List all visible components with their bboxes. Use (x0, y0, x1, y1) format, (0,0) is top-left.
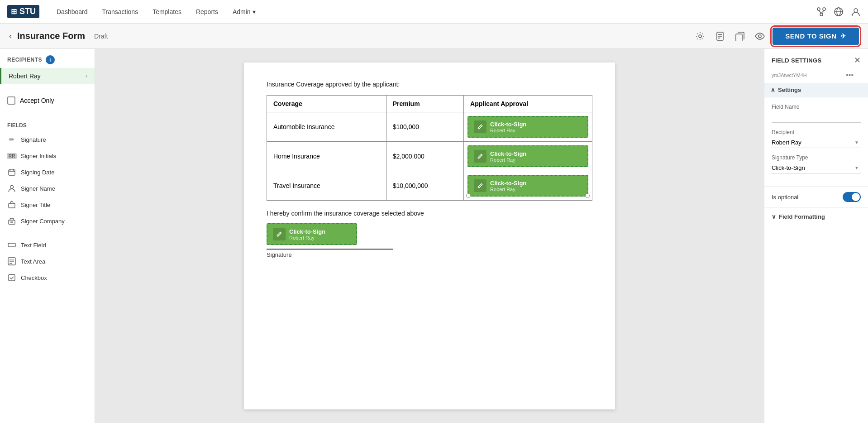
more-options-button[interactable]: ••• (839, 71, 861, 79)
recipient-item-robert-ray[interactable]: Robert Ray › (0, 68, 95, 84)
accept-only-label: Accept Only (20, 97, 54, 104)
accept-only-checkbox[interactable] (7, 96, 15, 105)
table-cell-sign-1[interactable]: Click-to-Sign Robert Ray (464, 112, 592, 142)
table-cell-premium: $10,000,000 (386, 171, 463, 201)
field-item-label: Text Area (21, 258, 45, 265)
nav-links: Dashboard Transactions Templates Reports… (50, 5, 262, 19)
app-logo: ⊞ STU (7, 5, 39, 18)
add-recipient-button[interactable]: + (46, 55, 55, 64)
settings-icon-button[interactable] (693, 29, 707, 43)
admin-chevron-icon: ▾ (253, 8, 256, 15)
recipient-name: Robert Ray (9, 72, 41, 80)
doc-intro-text: Insurance Coverage approved by the appli… (267, 81, 592, 88)
nav-templates[interactable]: Templates (146, 5, 188, 19)
globe-icon[interactable] (834, 7, 844, 17)
svg-point-8 (854, 9, 858, 12)
recipient-label: Recipient (772, 129, 861, 135)
field-item-signer-title[interactable]: Signer Title (0, 197, 95, 213)
click-to-sign-label: Click-to-Sign (490, 180, 526, 187)
document-area: Insurance Coverage approved by the appli… (95, 49, 764, 423)
left-sidebar: RECIPIENTS + Robert Ray › Accept Only FI… (0, 49, 95, 423)
chevron-down-icon: ∨ (772, 213, 776, 220)
svg-point-2 (820, 13, 823, 16)
field-item-label: Signature (21, 136, 46, 143)
signer-company-field-icon (7, 216, 16, 226)
text-field-icon (7, 240, 16, 250)
recipient-select[interactable]: Robert Ray (772, 137, 861, 148)
signer-initials-field-icon: RR (7, 151, 16, 160)
signing-date-field-icon (7, 168, 16, 177)
click-to-sign-sub: Robert Ray (490, 187, 526, 192)
is-optional-toggle[interactable] (843, 192, 861, 202)
field-item-label: Checkbox (21, 274, 47, 281)
accept-only-row[interactable]: Accept Only (0, 92, 95, 109)
field-item-signer-name[interactable]: Signer Name (0, 180, 95, 197)
click-to-sign-box-1[interactable]: Click-to-Sign Robert Ray (467, 116, 588, 138)
logo-icon: ⊞ (11, 7, 17, 16)
field-item-signing-date[interactable]: Signing Date (0, 164, 95, 180)
copy-document-icon-button[interactable] (733, 29, 747, 43)
signature-type-select[interactable]: Click-to-Sign (772, 163, 861, 173)
signer-name-field-icon (7, 184, 16, 193)
nav-transactions[interactable]: Transactions (96, 5, 145, 19)
field-item-checkbox[interactable]: Checkbox (0, 269, 95, 286)
nav-admin[interactable]: Admin ▾ (226, 5, 262, 19)
svg-point-20 (10, 186, 14, 189)
click-to-sign-box-2[interactable]: Click-to-Sign Robert Ray (467, 145, 588, 167)
field-item-text-field[interactable]: Text Field (0, 237, 95, 253)
is-optional-row: Is optional (764, 186, 868, 208)
send-to-sign-label: SEND TO SIGN (785, 32, 836, 40)
is-optional-label: Is optional (772, 194, 798, 201)
back-button[interactable]: ‹ (9, 31, 12, 41)
page-title: Insurance Form (17, 31, 85, 41)
send-to-sign-button[interactable]: SEND TO SIGN ✈ (773, 28, 859, 45)
table-cell-premium: $2,000,000 (386, 142, 463, 171)
sub-header: ‹ Insurance Form Draft (0, 24, 868, 49)
fields-section-title: FIELDS (0, 117, 95, 131)
nav-right-icons (816, 7, 861, 17)
bottom-sign-area: Click-to-Sign Robert Ray Signature (267, 223, 592, 258)
user-icon[interactable] (851, 7, 861, 17)
field-item-signature[interactable]: ✏ Signature (0, 131, 95, 148)
click-to-sign-label: Click-to-Sign (490, 121, 526, 128)
table-row: Automobile Insurance $100,000 Cl (267, 112, 592, 142)
logo-text: STU (19, 7, 36, 16)
divider-1 (7, 88, 87, 88)
svg-rect-26 (8, 243, 15, 247)
field-item-label: Text Field (21, 242, 46, 249)
field-formatting-section[interactable]: ∨ Field Formatting (764, 208, 868, 226)
recipient-select-wrap: Robert Ray ▼ (772, 137, 861, 148)
signature-type-select-wrap: Click-to-Sign ▼ (772, 163, 861, 173)
connect-icon[interactable] (816, 7, 826, 17)
field-settings-panel: FIELD SETTINGS ✕ ymJAtwctYM4H ••• ∧ Sett… (764, 49, 868, 423)
svg-point-1 (823, 8, 825, 10)
toggle-knob (852, 193, 860, 201)
panel-body: Field Name Recipient Robert Ray ▼ Signat… (764, 97, 868, 186)
recipients-section-title: RECIPIENTS + (0, 49, 95, 68)
nav-reports[interactable]: Reports (190, 5, 224, 19)
field-item-signer-company[interactable]: Signer Company (0, 213, 95, 229)
click-to-sign-sub: Robert Ray (490, 157, 526, 163)
field-item-label: Signer Initials (21, 153, 56, 159)
panel-header: FIELD SETTINGS ✕ (764, 49, 868, 69)
table-cell-coverage: Automobile Insurance (267, 112, 386, 142)
sub-header-right: SEND TO SIGN ✈ (693, 28, 859, 45)
pen-icon (474, 150, 486, 163)
document-icon-button[interactable] (713, 29, 727, 43)
click-to-sign-box-3-selected[interactable]: Click-to-Sign Robert Ray (467, 175, 588, 197)
field-item-label: Signer Name (21, 185, 55, 192)
table-cell-sign-3[interactable]: Click-to-Sign Robert Ray (464, 171, 592, 201)
svg-rect-31 (9, 274, 15, 281)
draft-badge: Draft (94, 33, 108, 40)
table-cell-sign-2[interactable]: Click-to-Sign Robert Ray (464, 142, 592, 171)
field-item-signer-initials[interactable]: RR Signer Initials (0, 148, 95, 164)
panel-title: FIELD SETTINGS (772, 57, 821, 64)
preview-icon-button[interactable] (753, 29, 767, 43)
table-header-coverage: Coverage (267, 96, 386, 112)
bottom-click-to-sign-box[interactable]: Click-to-Sign Robert Ray (267, 223, 357, 245)
settings-section-header[interactable]: ∧ Settings (764, 83, 868, 97)
panel-close-button[interactable]: ✕ (854, 55, 861, 65)
nav-dashboard[interactable]: Dashboard (50, 5, 94, 19)
field-item-text-area[interactable]: Text Area (0, 253, 95, 269)
field-name-input[interactable] (772, 112, 861, 123)
